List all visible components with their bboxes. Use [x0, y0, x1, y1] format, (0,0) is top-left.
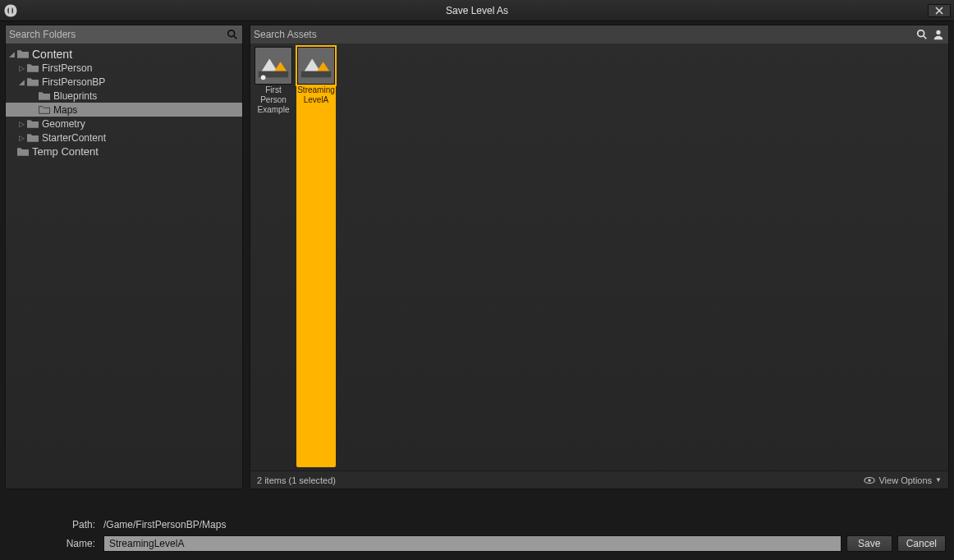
view-options-label: View Options [878, 475, 932, 485]
tree-label: Maps [53, 104, 77, 116]
folder-icon [17, 147, 29, 157]
item-count: 2 items (1 selected) [257, 475, 336, 485]
svg-point-0 [228, 30, 235, 37]
path-row: Path: /Game/FirstPersonBP/Maps [8, 519, 946, 530]
tree-item-tempcontent[interactable]: Temp Content [6, 145, 242, 158]
search-assets-row [250, 25, 948, 44]
user-icon[interactable] [932, 28, 945, 41]
tree-item-blueprints[interactable]: Blueprints [6, 89, 242, 103]
svg-point-9 [261, 75, 266, 80]
tree-item-geometry[interactable]: ▷ Geometry [6, 117, 242, 131]
eye-icon [864, 476, 875, 484]
folder-icon [27, 133, 39, 143]
window-title: Save Level As [0, 5, 954, 16]
chevron-down-icon: ▼ [935, 476, 942, 484]
close-button[interactable] [928, 4, 951, 17]
app-logo-icon [0, 0, 21, 21]
tree-item-content[interactable]: ◢ Content [6, 47, 242, 61]
folder-icon [27, 63, 39, 73]
asset-label: First Person Example [254, 85, 293, 115]
name-row: Name: Save Cancel [8, 535, 946, 552]
asset-label: Streaming LevelA [296, 85, 336, 105]
titlebar: Save Level As [0, 0, 954, 21]
folder-icon [39, 105, 50, 115]
svg-point-2 [918, 30, 924, 37]
svg-line-3 [924, 36, 927, 39]
tree-item-firstpersonbp[interactable]: ◢ FirstPersonBP [6, 75, 242, 89]
expand-icon[interactable]: ▷ [19, 64, 27, 72]
tree-label: Temp Content [32, 145, 99, 158]
asset-item[interactable]: First Person Example [254, 47, 293, 467]
tree-label: Content [32, 48, 72, 61]
tree-label: Blueprints [53, 90, 97, 102]
search-icon[interactable] [915, 28, 929, 41]
folder-panel: ◢ Content ▷ FirstPerson ◢ FirstPersonBP … [5, 25, 243, 489]
assets-grid: First Person Example Streaming LevelA [250, 44, 948, 470]
assets-panel: First Person Example Streaming LevelA 2 … [250, 25, 949, 489]
folder-icon [39, 91, 50, 101]
asset-item[interactable]: Streaming LevelA [296, 47, 336, 467]
view-options-button[interactable]: View Options ▼ [864, 475, 942, 485]
tree-label: FirstPersonBP [42, 76, 105, 88]
path-label: Path: [8, 519, 103, 530]
search-assets-input[interactable] [254, 29, 912, 40]
search-icon[interactable] [226, 28, 239, 41]
tree-label: StarterContent [42, 132, 106, 144]
expand-icon[interactable]: ▷ [19, 134, 27, 142]
name-input[interactable] [103, 535, 842, 552]
expand-icon[interactable]: ◢ [9, 50, 17, 58]
expand-icon[interactable]: ◢ [19, 78, 27, 86]
save-form: Path: /Game/FirstPersonBP/Maps Name: Sav… [0, 512, 954, 560]
save-button[interactable]: Save [846, 535, 892, 552]
svg-point-4 [936, 30, 940, 34]
svg-rect-13 [301, 71, 331, 78]
tree-item-firstperson[interactable]: ▷ FirstPerson [6, 61, 242, 75]
tree-item-startercontent[interactable]: ▷ StarterContent [6, 131, 242, 145]
name-label: Name: [8, 538, 103, 549]
tree-item-maps[interactable]: Maps [6, 103, 242, 117]
expand-icon[interactable]: ▷ [19, 120, 27, 128]
level-thumb-icon [255, 47, 292, 85]
search-folders-input[interactable] [9, 29, 222, 40]
path-value: /Game/FirstPersonBP/Maps [103, 519, 226, 530]
folder-icon [27, 119, 39, 129]
tree-label: FirstPerson [42, 62, 92, 74]
cancel-button[interactable]: Cancel [897, 535, 946, 552]
folder-tree: ◢ Content ▷ FirstPerson ◢ FirstPersonBP … [6, 44, 242, 489]
status-bar: 2 items (1 selected) View Options ▼ [250, 470, 948, 489]
folder-icon [27, 77, 39, 87]
level-thumb-icon [297, 47, 335, 85]
svg-point-15 [869, 479, 872, 482]
search-folders-row [6, 25, 242, 44]
tree-label: Geometry [42, 118, 85, 130]
svg-line-1 [234, 36, 237, 39]
folder-icon [17, 49, 29, 59]
